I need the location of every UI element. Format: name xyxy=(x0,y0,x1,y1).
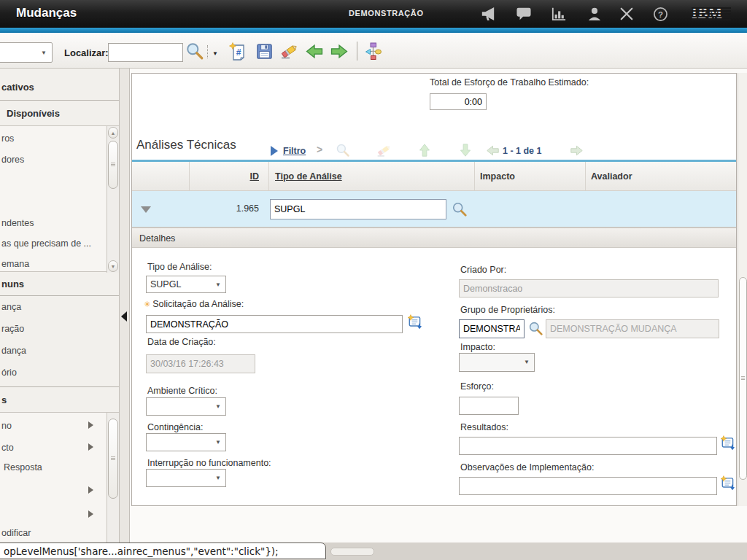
filter-link[interactable]: Filtro xyxy=(283,146,306,156)
scroll-down-icon[interactable]: ▼ xyxy=(108,260,118,272)
filter-expand-icon[interactable] xyxy=(271,146,278,156)
sidebar-item-query[interactable]: ros xyxy=(0,133,119,144)
sidebar-item-query[interactable]: ndentes xyxy=(0,218,119,228)
next-page-icon[interactable] xyxy=(568,142,584,158)
clear-changes-icon[interactable] xyxy=(279,42,298,61)
main-scrollbar[interactable] xyxy=(738,73,747,506)
submenu-arrow-icon xyxy=(88,486,93,494)
grupo-lookup-icon[interactable] xyxy=(528,321,543,339)
collapse-sidebar-icon[interactable] xyxy=(121,311,127,322)
tipo-analise-select[interactable]: SUPGL▼ xyxy=(146,276,226,293)
interrupcao-select[interactable]: ▼ xyxy=(146,469,226,487)
chevron-down-icon: ▼ xyxy=(524,359,530,365)
ambiente-critico-label: Ambiente Crítico: xyxy=(147,386,217,396)
sidebar-splitter[interactable] xyxy=(119,69,130,542)
sidebar-header-mais-acoes[interactable]: s xyxy=(0,394,119,405)
table-search-icon[interactable] xyxy=(335,142,351,158)
row-tipo-input[interactable] xyxy=(270,199,446,219)
total-effort-label: Total de Esforço de Trabalho Estimado: xyxy=(430,77,589,88)
svg-text:#: # xyxy=(236,47,241,58)
data-criacao-label: Data de Criação: xyxy=(147,337,216,347)
status-message-box: opLevelMenus['share...ainrec_menus","eve… xyxy=(0,542,326,559)
ambiente-critico-select[interactable]: ▼ xyxy=(146,397,226,416)
ibm-logo: IBM xyxy=(692,6,731,20)
sidebar-item-menu[interactable]: Resposta xyxy=(0,462,119,472)
scrollbar-thumb[interactable] xyxy=(108,141,118,189)
reports-icon[interactable] xyxy=(549,4,568,23)
esforco-input[interactable] xyxy=(459,397,519,415)
search-icon[interactable] xyxy=(185,42,204,61)
sidebar-header-aplicativos[interactable]: cativos xyxy=(0,82,119,93)
impacto-label: Impacto: xyxy=(460,342,495,352)
chevron-down-icon: ▼ xyxy=(215,281,221,288)
sidebar-item-query[interactable]: emana xyxy=(0,259,119,269)
row-expand-icon[interactable] xyxy=(141,206,151,213)
chevron-down-icon: ▼ xyxy=(215,439,221,446)
sidebar-item-action[interactable]: ório xyxy=(0,368,119,378)
save-icon[interactable] xyxy=(255,42,274,61)
next-record-icon[interactable] xyxy=(330,42,349,61)
divider xyxy=(0,100,119,101)
long-description-icon[interactable] xyxy=(407,314,423,333)
criado-por-input xyxy=(459,279,719,298)
sidebar-more-actions-panel: no cto Resposta odificar xyxy=(0,412,119,542)
move-down-icon[interactable] xyxy=(457,142,473,158)
sidebar-item-menu[interactable]: no xyxy=(0,421,119,431)
sidebar-scrollbar[interactable]: ▲ ▼ xyxy=(107,126,119,273)
column-tipo-analise[interactable]: Tipo de Análise xyxy=(268,162,474,190)
solicitacao-input[interactable] xyxy=(146,315,403,333)
help-icon[interactable]: ? xyxy=(651,4,670,23)
sidebar-item-action[interactable]: dança xyxy=(0,346,119,356)
environment-label: DEMONSTRAÇÃO xyxy=(349,9,424,18)
workflow-icon[interactable] xyxy=(363,42,382,61)
table-row[interactable]: 1.965 xyxy=(132,191,736,228)
clear-filter-icon[interactable] xyxy=(376,142,392,158)
sidebar-item-query[interactable]: as que precisam de ... xyxy=(0,238,119,249)
sidebar-item-menu[interactable]: odificar xyxy=(0,528,119,538)
observacoes-input[interactable] xyxy=(459,477,717,495)
scrollbar-thumb[interactable] xyxy=(108,419,118,499)
accent-line xyxy=(0,28,747,33)
chevron-down-icon: ▼ xyxy=(215,475,221,481)
resultados-input[interactable] xyxy=(459,437,717,455)
row-lookup-icon[interactable] xyxy=(452,201,468,217)
long-description-icon[interactable] xyxy=(720,475,736,494)
resultados-label: Resultados: xyxy=(460,422,508,432)
data-criacao-input xyxy=(146,354,255,373)
new-record-icon[interactable]: # xyxy=(228,42,247,61)
pagination-label: 1 - 1 de 1 xyxy=(503,146,568,156)
column-id[interactable]: ID xyxy=(189,162,268,190)
long-description-icon[interactable] xyxy=(720,435,736,454)
chevron-right-icon: > xyxy=(317,144,322,155)
titlebar: Mudanças DEMONSTRAÇÃO ? IBM xyxy=(0,0,747,28)
chat-icon[interactable] xyxy=(514,4,533,23)
total-effort-input[interactable] xyxy=(430,93,487,110)
search-input[interactable] xyxy=(108,43,183,62)
section-title: Análises Técnicas xyxy=(136,138,236,152)
previous-page-icon[interactable] xyxy=(484,142,500,158)
sidebar-item-action[interactable]: ração xyxy=(0,324,119,334)
profile-icon[interactable] xyxy=(585,4,604,23)
grupo-proprietarios-input[interactable] xyxy=(459,319,525,338)
sidebar-item-action[interactable]: ança xyxy=(0,302,119,312)
sidebar-header-acoes-comuns[interactable]: nuns xyxy=(0,279,119,289)
search-options-arrow-icon[interactable]: ▼ xyxy=(212,50,218,57)
query-select[interactable]: ▼ xyxy=(0,42,53,63)
solicitacao-label: ✳Solicitação da Análise: xyxy=(144,299,244,309)
sidebar-header-disponiveis[interactable]: Disponíveis xyxy=(0,108,119,119)
move-up-icon[interactable] xyxy=(417,142,433,158)
main-area: Total de Esforço de Trabalho Estimado: A… xyxy=(130,69,747,542)
scrollbar-thumb[interactable] xyxy=(739,277,747,480)
contingencia-select[interactable]: ▼ xyxy=(146,433,226,451)
sidebar-item-query[interactable]: dores xyxy=(0,155,119,165)
submenu-arrow-icon xyxy=(88,443,93,451)
horizontal-scrollbar-thumb[interactable] xyxy=(330,548,374,556)
sidebar-item-menu[interactable]: cto xyxy=(0,443,119,453)
workspace: cativos Disponíveis ros dores ndentes as… xyxy=(0,69,747,542)
sidebar-scrollbar[interactable] xyxy=(107,413,119,542)
scroll-up-icon[interactable]: ▲ xyxy=(108,127,118,139)
signout-icon[interactable] xyxy=(617,4,636,23)
previous-record-icon[interactable] xyxy=(305,42,324,61)
impacto-select[interactable]: ▼ xyxy=(459,353,535,372)
announcements-icon[interactable] xyxy=(479,4,498,23)
